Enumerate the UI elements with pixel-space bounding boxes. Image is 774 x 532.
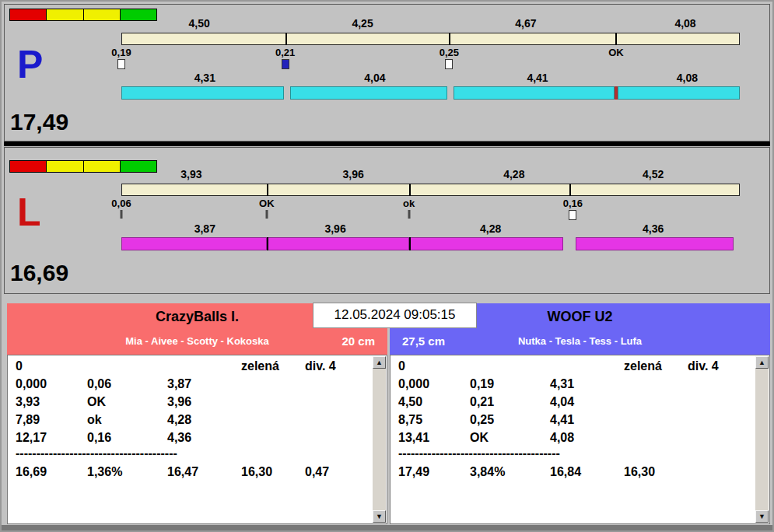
- dog-bar-segment: [121, 86, 284, 100]
- scroll-up-icon[interactable]: ▲: [755, 356, 769, 369]
- cell: OK: [470, 430, 489, 446]
- l-dog-labels-row: 3,87 3,96 4,28 4,36: [121, 223, 740, 236]
- datetime-display: 12.05.2024 09:05:15: [313, 303, 477, 328]
- dog-time-label: 4,31: [194, 72, 215, 84]
- split-bar-divider: [449, 33, 450, 45]
- lane-letter-l: L: [17, 193, 41, 232]
- cell: 12,17: [16, 430, 47, 446]
- scroll-up-icon[interactable]: ▲: [373, 356, 386, 369]
- l-split-bar: [121, 184, 740, 196]
- dog-bar-segment: [618, 86, 740, 100]
- result-row: 8,75 0,25 4,41: [398, 412, 751, 429]
- cell: 16,30: [624, 464, 655, 480]
- p-lane-section: P 17,49 4,50 4,25 4,67 4,08 0,19 0,21 0,…: [4, 4, 770, 142]
- cell: 0,16: [87, 430, 111, 446]
- scroll-down-icon[interactable]: ▼: [373, 510, 386, 523]
- result-row: 0 zelená div. 4: [16, 359, 368, 376]
- cross-time-label: 0,16: [563, 198, 583, 209]
- separator-row: ---------------------------------------: [398, 446, 751, 463]
- l-cross-markers-row: [121, 210, 740, 221]
- cell: 4,50: [398, 394, 422, 410]
- split-bar-divider: [569, 184, 571, 196]
- cross-marker-tick-icon: [265, 210, 268, 219]
- dog-bar-segment: [121, 237, 267, 250]
- cross-time-label: 0,06: [111, 198, 131, 209]
- result-row: 13,41 OK 4,08: [398, 430, 751, 447]
- lane-divider: [4, 142, 770, 146]
- split-time-label: 3,93: [180, 169, 201, 180]
- result-row: 0 zelená div. 4: [398, 359, 751, 376]
- l-cross-labels-row: 0,06 OK ok 0,16: [121, 198, 740, 209]
- cell: 0: [398, 359, 405, 374]
- result-row: 0,000 0,19 4,31: [398, 376, 751, 394]
- cell: 0,000: [16, 376, 47, 392]
- dog-time-label: 4,08: [677, 72, 698, 84]
- cell: 16,69: [16, 464, 47, 480]
- dog-bar-divider: [409, 237, 411, 250]
- scroll-down-icon[interactable]: ▼: [755, 510, 769, 523]
- split-time-label: 4,28: [503, 169, 524, 180]
- cell: zelená: [241, 359, 279, 374]
- cell: 16,47: [167, 464, 198, 480]
- cross-marker-tick-icon: [121, 210, 123, 219]
- start-light-yellow1-icon: [46, 9, 83, 21]
- cell: 1,36%: [87, 464, 122, 480]
- result-row: 3,93 OK 3,96: [16, 394, 368, 411]
- right-team-members: Nutka - Tesla - Tess - Lufa: [390, 335, 770, 347]
- cell: 0: [16, 359, 23, 374]
- cell: 17,49: [398, 464, 429, 480]
- left-team-members: Mia - Aivee - Scotty - Kokoska: [7, 335, 387, 347]
- l-lane-total-time: 16,69: [10, 261, 68, 285]
- split-bar-divider: [285, 33, 287, 45]
- cross-time-label: 0,19: [111, 47, 131, 58]
- dog-time-label: 4,41: [527, 72, 548, 84]
- cell: 0,19: [470, 376, 494, 392]
- cross-time-label: 0,21: [275, 47, 295, 58]
- result-row: 12,17 0,16 4,36: [16, 430, 368, 447]
- separator-row: ---------------------------------------: [16, 446, 368, 463]
- totals-row: 16,69 1,36% 16,47 16,30 0,47: [16, 464, 368, 481]
- cross-marker-blue-icon: [282, 59, 289, 69]
- split-time-label: 4,25: [352, 18, 373, 30]
- split-bar-divider: [615, 33, 617, 45]
- cell: 3,96: [167, 394, 191, 410]
- right-team-panel: WOOF U2 Nutka - Tesla - Tess - Lufa 27,5…: [390, 303, 770, 524]
- result-row: 7,89 ok 4,28: [16, 412, 368, 429]
- split-time-label: 4,50: [189, 18, 210, 30]
- start-light-yellow1-icon: [46, 160, 83, 173]
- cell: OK: [87, 394, 106, 410]
- cell: 16,30: [241, 464, 272, 480]
- split-time-label: 4,67: [515, 18, 536, 30]
- cell: div. 4: [305, 359, 336, 374]
- dog-time-label: 4,28: [480, 223, 501, 235]
- l-lane-track: 3,93 3,96 4,28 4,52 0,06 OK ok 0,16: [121, 169, 740, 256]
- cross-marker-white-icon: [117, 59, 125, 69]
- split-bar-divider: [267, 184, 268, 196]
- dog-bar-segment: [409, 237, 564, 250]
- lane-letter-p: P: [17, 45, 43, 84]
- right-team-jump-height: 27,5 cm: [402, 334, 445, 348]
- cell: 13,41: [398, 430, 429, 446]
- scrollbar-track[interactable]: ▲ ▼: [373, 356, 386, 523]
- l-split-labels-row: 3,93 3,96 4,28 4,52: [121, 169, 740, 181]
- cell: 4,08: [550, 430, 574, 446]
- dog-time-label: 4,36: [643, 223, 664, 235]
- scrollbar-track[interactable]: ▲ ▼: [755, 356, 769, 523]
- cell: ok: [87, 412, 102, 428]
- cell: 4,04: [550, 394, 574, 410]
- totals-row: 17,49 3,84% 16,84 16,30: [398, 464, 751, 481]
- cell: 0,25: [470, 412, 494, 428]
- l-dog-bar: [121, 237, 740, 250]
- cell: 3,87: [167, 376, 191, 392]
- split-bar-divider: [409, 184, 411, 196]
- start-light-red-icon: [9, 160, 47, 173]
- cell: 8,75: [398, 412, 422, 428]
- p-cross-labels-row: 0,19 0,21 0,25 OK: [121, 47, 740, 58]
- cell: 0,000: [398, 376, 429, 392]
- start-light-red-icon: [9, 9, 47, 21]
- dog-bar-segment: [290, 86, 447, 100]
- timing-app-window: P 17,49 4,50 4,25 4,67 4,08 0,19 0,21 0,…: [0, 0, 774, 532]
- dog-time-label: 3,87: [194, 223, 215, 235]
- p-dog-bar: [121, 86, 740, 100]
- p-split-labels-row: 4,50 4,25 4,67 4,08: [121, 18, 740, 30]
